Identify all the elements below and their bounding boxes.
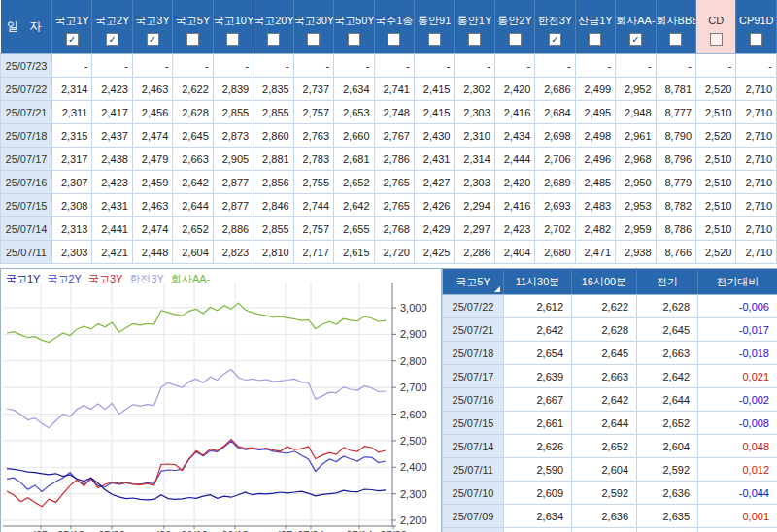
column-header[interactable]: 회사AA-✓: [616, 0, 656, 54]
column-header[interactable]: 국고3Y✓: [132, 0, 172, 54]
column-header[interactable]: 통안2Y: [494, 0, 534, 54]
row-date: 25/07/22: [443, 295, 504, 318]
column-header[interactable]: 국고20Y: [253, 0, 293, 54]
column-header[interactable]: 11시30분: [504, 269, 572, 295]
column-header[interactable]: 전기: [637, 269, 698, 295]
column-checkbox[interactable]: [750, 33, 762, 46]
change-cell: -0,002: [698, 388, 777, 412]
rate-cell: 2,479: [132, 148, 172, 171]
rate-cell: 2,416: [494, 101, 534, 124]
column-checkbox[interactable]: ✓: [106, 33, 118, 46]
column-checkbox[interactable]: [509, 33, 522, 46]
column-header[interactable]: 전기대비: [698, 269, 777, 295]
column-header[interactable]: CD: [696, 0, 736, 54]
rate-cell: 2,839: [213, 78, 253, 101]
chart-legend: 국고1Y국고2Y국고3Y한전3Y회사AA-: [6, 272, 210, 286]
rate-cell: 2,308: [52, 194, 92, 217]
rate-cell: 2,642: [173, 171, 213, 194]
price-cell: 2,642: [504, 318, 572, 342]
rate-cell: 2,710: [736, 217, 777, 241]
series-line-회사AA-: [7, 303, 386, 343]
column-header[interactable]: 통안91: [414, 0, 454, 54]
rate-cell: 2,471: [575, 241, 615, 264]
column-checkbox[interactable]: [186, 33, 199, 46]
column-header[interactable]: 국고2Y✓: [92, 0, 132, 54]
column-header[interactable]: 국고30Y: [293, 0, 333, 54]
column-header[interactable]: 한전3Y✓: [535, 0, 575, 54]
rate-cell: -: [334, 54, 374, 78]
column-checkbox[interactable]: [307, 33, 320, 46]
rate-cell: 2,314: [455, 148, 494, 171]
column-checkbox[interactable]: [468, 33, 481, 46]
rate-cell: 2,744: [293, 194, 333, 217]
column-header[interactable]: 국주1종: [374, 0, 414, 54]
rate-cell: 2,710: [736, 171, 777, 194]
column-header[interactable]: 회사BBB-: [656, 0, 695, 54]
column-checkbox[interactable]: ✓: [66, 33, 79, 46]
column-checkbox[interactable]: [428, 33, 441, 46]
sort-column-header[interactable]: 국고5Y: [443, 269, 504, 295]
rate-cell: 2,693: [535, 194, 575, 217]
change-cell: 0,012: [698, 458, 777, 482]
column-header[interactable]: 16시00분: [572, 269, 637, 295]
rate-cell: 2,628: [173, 101, 213, 124]
column-checkbox[interactable]: ✓: [147, 33, 159, 46]
price-cell: 2,645: [637, 318, 698, 342]
rate-cell: 2,765: [374, 194, 414, 217]
column-header-label: 국고30Y: [294, 14, 333, 27]
rate-cell: 2,604: [173, 241, 213, 264]
y-tick-label: 2,900: [400, 328, 427, 340]
column-checkbox[interactable]: [710, 33, 723, 46]
column-header-label: 국고50Y: [334, 14, 373, 27]
column-checkbox[interactable]: [388, 33, 400, 46]
price-cell: 2,628: [572, 318, 637, 342]
column-checkbox[interactable]: [226, 33, 239, 46]
rate-cell: -: [494, 54, 534, 78]
column-header-label: 국고3Y: [133, 14, 172, 27]
column-checkbox[interactable]: [669, 33, 682, 46]
column-checkbox[interactable]: [267, 33, 280, 46]
rate-cell: -: [132, 54, 172, 78]
rate-cell: 2,415: [414, 101, 454, 124]
y-tick-label: 2,300: [400, 488, 427, 500]
column-header[interactable]: 산금1Y: [575, 0, 615, 54]
column-header[interactable]: 국고50Y: [334, 0, 374, 54]
series-line-한전3Y: [7, 370, 386, 428]
column-header[interactable]: 국고10Y: [213, 0, 253, 54]
rate-cell: 2,415: [414, 78, 454, 101]
column-header-label: CP91D: [736, 14, 776, 27]
rate-cell: 2,737: [293, 78, 333, 101]
row-date: 25/07/23: [1, 54, 52, 78]
table-row: 25/07/142,6262,6522,6040,048: [443, 435, 777, 458]
column-header[interactable]: CP91D: [736, 0, 777, 54]
rate-cell: 2,438: [92, 148, 132, 171]
column-checkbox[interactable]: [348, 33, 360, 46]
rate-cell: 2,953: [616, 194, 656, 217]
column-checkbox[interactable]: [589, 33, 601, 46]
rate-cell: 2,755: [293, 171, 333, 194]
rate-cell: 2,952: [616, 78, 656, 101]
rate-cell: 2,510: [696, 171, 736, 194]
rate-cell: 2,510: [696, 148, 736, 171]
price-cell: 2,636: [637, 482, 698, 505]
rate-cell: 8,796: [656, 148, 695, 171]
column-header[interactable]: 국고5Y: [173, 0, 213, 54]
column-header[interactable]: 통안1Y: [455, 0, 494, 54]
rate-cell: 2,297: [455, 217, 494, 241]
rate-cell: 2,768: [374, 217, 414, 241]
rate-cell: 2,757: [293, 101, 333, 124]
rate-cell: 2,763: [293, 124, 333, 148]
rate-cell: 2,459: [132, 171, 172, 194]
column-checkbox[interactable]: ✓: [549, 33, 561, 46]
price-cell: 2,604: [637, 435, 698, 458]
rates-table-header-row: 일 자국고1Y✓국고2Y✓국고3Y✓국고5Y국고10Y국고20Y국고30Y국고5…: [1, 0, 777, 54]
column-checkbox[interactable]: ✓: [629, 33, 642, 46]
column-header[interactable]: 국고1Y✓: [52, 0, 92, 54]
column-header-label: 한전3Y: [535, 14, 574, 27]
table-row: 25/07/092,6342,6362,6350,001: [443, 505, 777, 528]
rate-cell: 2,856: [253, 171, 293, 194]
price-cell: 2,654: [504, 342, 572, 365]
rate-cell: 2,615: [334, 241, 374, 264]
rate-cell: 2,315: [52, 124, 92, 148]
rate-cell: -: [253, 54, 293, 78]
